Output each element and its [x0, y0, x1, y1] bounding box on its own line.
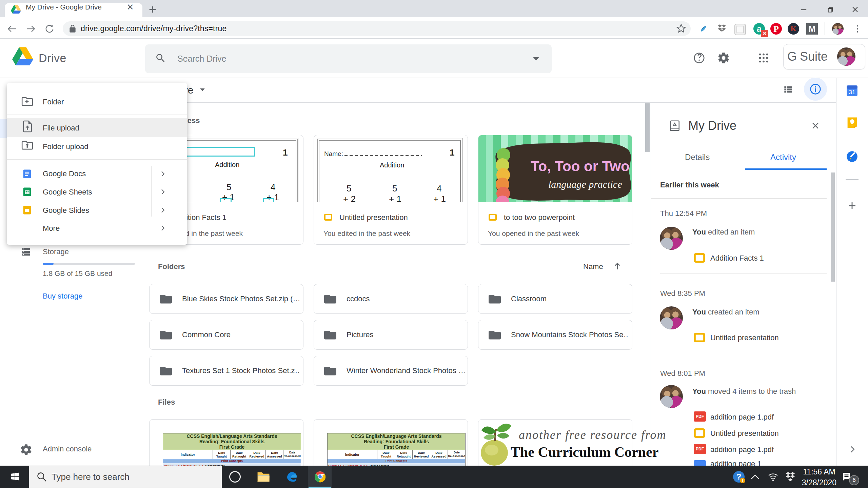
- svg-text:31: 31: [849, 89, 855, 96]
